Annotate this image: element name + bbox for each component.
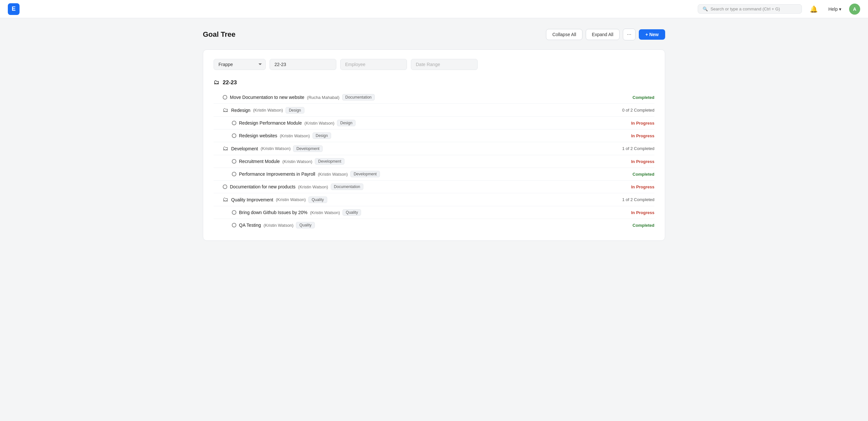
goal-icon [232,121,236,125]
tree-row[interactable]: Bring down Github Issues by 20% (Kristin… [214,206,654,219]
item-tag: Development [293,145,323,152]
help-label: Help [828,6,838,12]
item-name: Redesign [231,108,250,113]
tree-row[interactable]: 🗂 Redesign (Kristin Watson) Design 0 of … [214,104,654,117]
item-tag: Design [337,120,355,126]
folder-icon: 🗂 [223,145,228,152]
item-owner: (Kristin Watson) [304,121,334,126]
row-content: 🗂 Quality Improvement (Kristin Watson) Q… [223,196,602,203]
status-badge: Completed [602,95,654,100]
goal-icon [232,159,236,164]
row-content: 🗂 Development (Kristin Watson) Developme… [223,145,602,152]
row-content: Redesign websites (Kristin Watson) Desig… [232,132,602,139]
tree-row[interactable]: Redesign websites (Kristin Watson) Desig… [214,129,654,142]
status-count: 0 of 2 Completed [602,108,654,112]
filters: Frappe [214,59,654,70]
goal-icon [232,172,236,176]
goal-icon [232,133,236,138]
item-tag: Quality [342,209,361,216]
item-owner: (Rucha Mahabal) [307,95,340,100]
item-owner: (Kristin Watson) [264,223,293,228]
tree-row[interactable]: 🗂 Development (Kristin Watson) Developme… [214,142,654,155]
company-filter[interactable]: Frappe [214,59,266,70]
item-tag: Design [313,132,331,139]
row-content: Bring down Github Issues by 20% (Kristin… [232,209,602,216]
item-name: Bring down Github Issues by 20% [239,210,307,215]
goal-tree: 🗂 22-23 Move Documentation to new websit… [214,79,654,231]
row-content: Redesign Performance Module (Kristin Wat… [232,120,602,126]
row-content: Documentation for new products (Kristin … [223,184,602,190]
search-placeholder: Search or type a command (Ctrl + G) [710,6,780,11]
item-name: Redesign websites [239,133,277,138]
status-badge: In Progress [602,159,654,164]
status-badge: In Progress [602,133,654,138]
item-owner: (Kristin Watson) [318,172,348,177]
period-filter[interactable] [270,59,336,70]
item-owner: (Kristin Watson) [298,185,328,189]
row-content: QA Testing (Kristin Watson) Quality [232,222,602,228]
item-name: Development [231,146,258,151]
item-owner: (Kristin Watson) [282,159,312,164]
item-name: Move Documentation to new website [230,95,304,100]
status-badge: Completed [602,223,654,228]
page-container: Goal Tree Collapse All Expand All ··· + … [190,18,678,251]
tree-row[interactable]: QA Testing (Kristin Watson) Quality Comp… [214,219,654,231]
status-badge: Completed [602,172,654,177]
user-avatar[interactable]: A [849,4,860,14]
tree-section-title: 22-23 [223,79,237,86]
tree-row[interactable]: Performance Improvements in Payroll (Kri… [214,168,654,181]
goal-icon [232,210,236,215]
item-owner: (Kristin Watson) [253,108,283,112]
status-badge: In Progress [602,185,654,189]
collapse-all-button[interactable]: Collapse All [546,29,582,40]
tree-row[interactable]: Documentation for new products (Kristin … [214,181,654,193]
expand-all-button[interactable]: Expand All [586,29,620,40]
app-logo[interactable]: E [8,3,20,15]
item-name: QA Testing [239,223,261,228]
item-tag: Development [315,158,344,165]
row-content: 🗂 Redesign (Kristin Watson) Design [223,107,602,114]
tree-row[interactable]: Move Documentation to new website (Rucha… [214,91,654,104]
page-header: Goal Tree Collapse All Expand All ··· + … [203,29,665,40]
item-name: Recruitment Module [239,159,280,164]
tree-row[interactable]: Recruitment Module (Kristin Watson) Deve… [214,155,654,168]
status-badge: In Progress [602,210,654,215]
search-bar[interactable]: 🔍 Search or type a command (Ctrl + G) [698,4,802,14]
status-count: 1 of 2 Completed [602,146,654,151]
main-card: Frappe 🗂 22-23 Move Documentation to new… [203,50,665,241]
status-badge: In Progress [602,121,654,126]
tree-row[interactable]: Redesign Performance Module (Kristin Wat… [214,117,654,129]
tree-row[interactable]: 🗂 Quality Improvement (Kristin Watson) Q… [214,193,654,206]
goal-icon [223,95,227,100]
folder-icon: 🗂 [214,79,219,86]
date-range-filter[interactable] [411,59,477,70]
notification-bell[interactable]: 🔔 [807,4,820,14]
item-name: Documentation for new products [230,184,296,189]
goal-icon [232,223,236,227]
item-tag: Quality [296,222,314,228]
item-owner: (Kristin Watson) [280,133,310,138]
more-options-button[interactable]: ··· [623,29,636,40]
item-tag: Quality [308,196,327,203]
search-icon: 🔍 [703,6,708,11]
status-count: 1 of 2 Completed [602,197,654,202]
new-button[interactable]: + New [639,29,665,40]
item-tag: Development [350,171,380,177]
row-content: Move Documentation to new website (Rucha… [223,94,602,100]
item-name: Quality Improvement [231,197,273,202]
goal-icon [223,185,227,189]
row-content: Performance Improvements in Payroll (Kri… [232,171,602,177]
item-tag: Design [285,107,304,114]
folder-icon: 🗂 [223,107,228,114]
page-title: Goal Tree [203,30,546,39]
item-tag: Documentation [331,184,364,190]
item-owner: (Kristin Watson) [261,146,291,151]
help-menu[interactable]: Help ▾ [826,5,844,13]
item-owner: (Kristin Watson) [310,210,340,215]
employee-filter[interactable] [340,59,407,70]
row-content: Recruitment Module (Kristin Watson) Deve… [232,158,602,165]
tree-section-header: 🗂 22-23 [214,79,654,86]
topnav: E 🔍 Search or type a command (Ctrl + G) … [0,0,868,18]
header-actions: Collapse All Expand All ··· + New [546,29,665,40]
chevron-down-icon: ▾ [839,6,841,12]
